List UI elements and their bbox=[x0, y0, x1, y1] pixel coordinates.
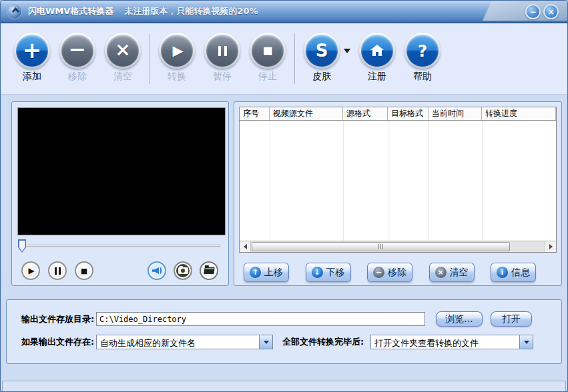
pause-bars-icon bbox=[55, 267, 61, 275]
output-directory-input[interactable] bbox=[96, 312, 425, 326]
column-header-label: 序号 bbox=[243, 108, 259, 119]
browse-button[interactable]: 浏览... bbox=[436, 311, 483, 327]
column-header-4[interactable]: 当前时间 bbox=[429, 107, 482, 120]
chevron-down-icon bbox=[524, 341, 529, 344]
queue-table-body[interactable] bbox=[240, 121, 556, 241]
toolbar-register-button[interactable]: 注册 bbox=[359, 33, 395, 83]
column-header-label: 当前时间 bbox=[432, 108, 464, 119]
done-combobox[interactable]: 打开文件夹查看转换的文件 bbox=[370, 335, 533, 349]
toolbar-skin-button[interactable]: S皮肤 bbox=[304, 33, 340, 83]
column-header-5[interactable]: 转换进度 bbox=[482, 107, 556, 120]
queue-move-down-button[interactable]: ↓下移 bbox=[306, 263, 351, 282]
titlebar: 闪电WMV格式转换器 未注册版本，只能转换视频的20% − × bbox=[1, 1, 567, 23]
scroll-track[interactable] bbox=[251, 241, 545, 252]
player-controls-row: ▶■ bbox=[12, 261, 228, 280]
exists-combobox[interactable]: 自动生成相应的新文件名 bbox=[96, 335, 273, 349]
toolbar-button-label: 暂停 bbox=[213, 71, 232, 83]
move-down-icon: ↓ bbox=[312, 267, 323, 278]
scroll-left-button[interactable] bbox=[240, 241, 251, 252]
home-icon bbox=[372, 50, 382, 56]
toolbar-remove-button[interactable]: −移除 bbox=[59, 33, 95, 83]
toolbar-pause-button[interactable]: 暂停 bbox=[204, 33, 240, 83]
done-combo-arrow[interactable] bbox=[519, 335, 533, 349]
queue-action-label: 下移 bbox=[326, 267, 345, 279]
triangle-right-icon bbox=[549, 244, 553, 249]
close-button[interactable]: × bbox=[543, 4, 559, 19]
folder-icon bbox=[204, 267, 214, 274]
column-header-0[interactable]: 序号 bbox=[240, 107, 270, 120]
queue-panel: 序号视频源文件源格式目标格式当前时间转换进度 ↑上移↓下移−移除×清空i信息 bbox=[234, 101, 562, 286]
volume-button[interactable] bbox=[148, 261, 166, 280]
camera-icon bbox=[178, 267, 188, 274]
toolbar-help-button[interactable]: ?帮助 bbox=[404, 33, 441, 83]
player-stop-button[interactable]: ■ bbox=[75, 261, 93, 280]
exists-option-label: 如果输出文件存在: bbox=[21, 336, 92, 348]
output-panel: 输出文件存放目录: 浏览... 打开 如果输出文件存在: 自动生成相应的新文件名… bbox=[6, 299, 562, 364]
output-dir-label: 输出文件存放目录: bbox=[21, 313, 92, 325]
column-header-3[interactable]: 目标格式 bbox=[388, 107, 429, 120]
queue-table-header: 序号视频源文件源格式目标格式当前时间转换进度 bbox=[240, 107, 556, 121]
done-combobox-value: 打开文件夹查看转换的文件 bbox=[371, 335, 519, 349]
video-preview bbox=[17, 107, 226, 235]
toolbar-button-label: 转换 bbox=[168, 71, 186, 83]
chevron-down-icon bbox=[264, 341, 269, 344]
play-icon: ▶ bbox=[27, 267, 34, 275]
minimize-button[interactable]: − bbox=[525, 4, 541, 19]
info-icon: i bbox=[497, 267, 508, 278]
open-button[interactable]: 打开 bbox=[491, 311, 532, 327]
exists-combobox-value: 自动生成相应的新文件名 bbox=[97, 335, 259, 349]
snapshot-button[interactable] bbox=[174, 261, 192, 280]
seek-slider[interactable] bbox=[18, 239, 222, 254]
column-header-label: 目标格式 bbox=[391, 108, 423, 119]
queue-move-up-button[interactable]: ↑上移 bbox=[244, 263, 289, 282]
window-subtitle: 未注册版本，只能转换视频的20% bbox=[124, 5, 258, 17]
seek-thumb[interactable] bbox=[18, 239, 26, 253]
pause-bars-icon bbox=[218, 46, 227, 56]
clear-icon: × bbox=[115, 41, 130, 59]
player-pause-button[interactable] bbox=[48, 261, 67, 280]
queue-action-label: 清空 bbox=[450, 267, 469, 279]
column-separator-line bbox=[388, 121, 388, 241]
skin-dropdown-arrow[interactable] bbox=[344, 49, 350, 53]
app-icon bbox=[7, 4, 22, 19]
toolbar-stop-button[interactable]: ■停止 bbox=[250, 33, 286, 83]
queue-info-button[interactable]: i信息 bbox=[491, 263, 536, 282]
queue-actions-row: ↑上移↓下移−移除×清空i信息 bbox=[239, 253, 557, 282]
stop-icon: ■ bbox=[262, 45, 272, 56]
toolbar-add-button[interactable]: +添加 bbox=[14, 33, 50, 83]
toolbar-button-label: 清空 bbox=[113, 71, 132, 83]
clear-icon: × bbox=[435, 267, 447, 278]
player-play-button[interactable]: ▶ bbox=[21, 261, 40, 280]
main-area: ▶■ 序号视频源文件源格式目标格 bbox=[11, 101, 562, 286]
open-folder-button[interactable] bbox=[200, 261, 218, 280]
window-title: 闪电WMV格式转换器 bbox=[28, 5, 113, 17]
queue-action-label: 移除 bbox=[388, 267, 406, 279]
seek-track[interactable] bbox=[19, 245, 220, 247]
column-header-2[interactable]: 源格式 bbox=[343, 107, 388, 120]
horizontal-scrollbar[interactable] bbox=[240, 241, 556, 252]
column-header-1[interactable]: 视频源文件 bbox=[270, 107, 343, 120]
toolbar-clear-button[interactable]: ×清空 bbox=[105, 33, 141, 83]
column-header-label: 视频源文件 bbox=[273, 108, 313, 119]
toolbar-button-label: 移除 bbox=[68, 71, 87, 83]
scroll-thumb[interactable] bbox=[252, 242, 510, 251]
queue-action-label: 信息 bbox=[511, 267, 530, 279]
done-option-label: 全部文件转换完毕后: bbox=[282, 336, 365, 348]
toolbar-convert-button[interactable]: ▶转换 bbox=[159, 33, 195, 83]
column-header-label: 源格式 bbox=[346, 108, 370, 119]
help-icon: ? bbox=[418, 43, 428, 59]
column-separator-line bbox=[343, 121, 344, 241]
toolbar-button-label: 皮肤 bbox=[312, 71, 331, 83]
queue-clear-button[interactable]: ×清空 bbox=[429, 263, 475, 282]
statusbar bbox=[2, 381, 566, 391]
toolbar: +添加−移除×清空▶转换暂停■停止S皮肤注册?帮助 bbox=[1, 23, 567, 95]
column-header-label: 转换进度 bbox=[485, 108, 517, 119]
exists-combo-arrow[interactable] bbox=[259, 335, 272, 349]
toolbar-button-label: 注册 bbox=[368, 71, 386, 83]
column-separator-line bbox=[270, 121, 270, 241]
column-separator-line bbox=[482, 121, 483, 241]
preview-panel: ▶■ bbox=[11, 101, 229, 286]
queue-remove-button[interactable]: −移除 bbox=[367, 263, 412, 282]
column-separator-line bbox=[429, 121, 429, 241]
scroll-right-button[interactable] bbox=[545, 241, 556, 252]
